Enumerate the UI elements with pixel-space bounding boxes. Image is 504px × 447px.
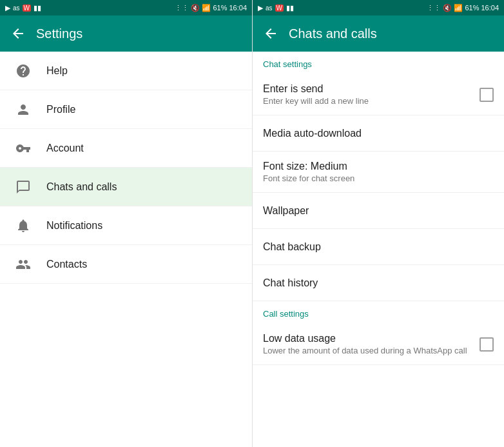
menu-item-profile[interactable]: Profile [0,90,252,129]
settings-menu: Help Profile Account [0,52,252,447]
chat-history-title: Chat history [263,277,318,289]
person-icon [10,102,36,117]
menu-item-help[interactable]: Help [0,52,252,90]
media-auto-download-title: Media auto-download [263,128,362,139]
menu-label-notifications: Notifications [46,220,102,232]
as-label-r: as [266,5,273,12]
left-panel: ▶ as W ▮▮ ⋮⋮ 🔇 📶 61% 16:04 Settings [0,0,252,447]
settings-item-media-auto-download[interactable]: Media auto-download [253,115,504,152]
low-data-usage-checkbox[interactable] [480,337,494,352]
w-icon: W [23,5,31,12]
bar-icon-r: ▮▮ [286,4,294,12]
menu-item-notifications[interactable]: Notifications [0,206,252,245]
mute-icon-r: 🔇 [443,4,452,12]
wallpaper-text: Wallpaper [263,205,309,217]
call-settings-label: Call settings [253,301,504,324]
status-bar-right: ▶ as W ▮▮ ⋮⋮ 🔇 📶 61% 16:04 [253,0,504,15]
enter-is-send-checkbox[interactable] [480,88,494,102]
status-bar-left: ▶ as W ▮▮ ⋮⋮ 🔇 📶 61% 16:04 [0,0,252,15]
chat-history-text: Chat history [263,277,318,289]
network-icon: ⋮⋮ [175,4,189,12]
font-size-title: Font size: Medium [263,161,354,172]
w-icon-r: W [275,5,284,12]
enter-is-send-text: Enter is send Enter key will add a new l… [263,83,369,106]
menu-label-chats: Chats and calls [46,181,117,193]
back-button-right[interactable] [263,26,278,41]
status-bar-left-icons: ▶ as W ▮▮ [5,4,41,12]
menu-item-chats[interactable]: Chats and calls [0,168,252,206]
bar-icon: ▮▮ [34,4,41,12]
right-toolbar-title: Chats and calls [289,26,377,41]
right-panel: ▶ as W ▮▮ ⋮⋮ 🔇 📶 61% 16:04 Chats and cal… [252,0,504,447]
settings-item-low-data-usage[interactable]: Low data usage Lower the amount of data … [253,324,504,365]
signal-icon: 📶 [202,4,211,12]
menu-item-contacts[interactable]: Contacts [0,245,252,284]
media-auto-download-text: Media auto-download [263,128,362,139]
mute-icon: 🔇 [191,4,200,12]
as-label: as [13,5,20,12]
battery-label-r: 61% [465,4,479,12]
settings-item-chat-backup[interactable]: Chat backup [253,229,504,265]
bell-icon [10,218,36,233]
left-toolbar-title: Settings [36,26,82,41]
chat-backup-text: Chat backup [263,241,321,253]
menu-label-help: Help [46,65,68,77]
chat-backup-title: Chat backup [263,241,321,253]
low-data-usage-subtitle: Lower the amount of data used during a W… [263,346,467,355]
help-icon [10,63,36,79]
status-bar-right-left-icons: ▶ as W ▮▮ [258,4,294,12]
right-content: Chat settings Enter is send Enter key wi… [253,52,504,447]
status-bar-right-right-icons: ⋮⋮ 🔇 📶 61% 16:04 [427,4,499,12]
menu-label-profile: Profile [46,104,75,115]
font-size-subtitle: Font size for chat screen [263,174,354,183]
chat-settings-label: Chat settings [253,52,504,74]
right-toolbar: Chats and calls [253,15,504,52]
network-icon-r: ⋮⋮ [427,4,441,12]
menu-label-contacts: Contacts [46,259,87,270]
status-bar-right-icons: ⋮⋮ 🔇 📶 61% 16:04 [175,4,247,12]
play-icon-r: ▶ [258,4,263,12]
font-size-text: Font size: Medium Font size for chat scr… [263,161,354,183]
signal-icon-r: 📶 [454,4,463,12]
key-icon [10,141,36,156]
wallpaper-title: Wallpaper [263,205,309,217]
play-icon: ▶ [5,4,10,12]
time-label-r: 16:04 [481,4,499,12]
menu-item-account[interactable]: Account [0,129,252,168]
low-data-usage-title: Low data usage [263,333,467,344]
settings-item-font-size[interactable]: Font size: Medium Font size for chat scr… [253,152,504,193]
settings-item-chat-history[interactable]: Chat history [253,265,504,301]
time-label: 16:04 [229,4,247,12]
chat-icon [10,179,36,195]
settings-item-wallpaper[interactable]: Wallpaper [253,193,504,229]
enter-is-send-title: Enter is send [263,83,369,95]
left-toolbar: Settings [0,15,252,52]
people-icon [10,257,36,272]
battery-label: 61% [213,4,227,12]
back-button-left[interactable] [10,26,26,41]
menu-label-account: Account [46,143,84,154]
low-data-usage-text: Low data usage Lower the amount of data … [263,333,467,355]
settings-item-enter-is-send[interactable]: Enter is send Enter key will add a new l… [253,74,504,115]
enter-is-send-subtitle: Enter key will add a new line [263,96,369,106]
